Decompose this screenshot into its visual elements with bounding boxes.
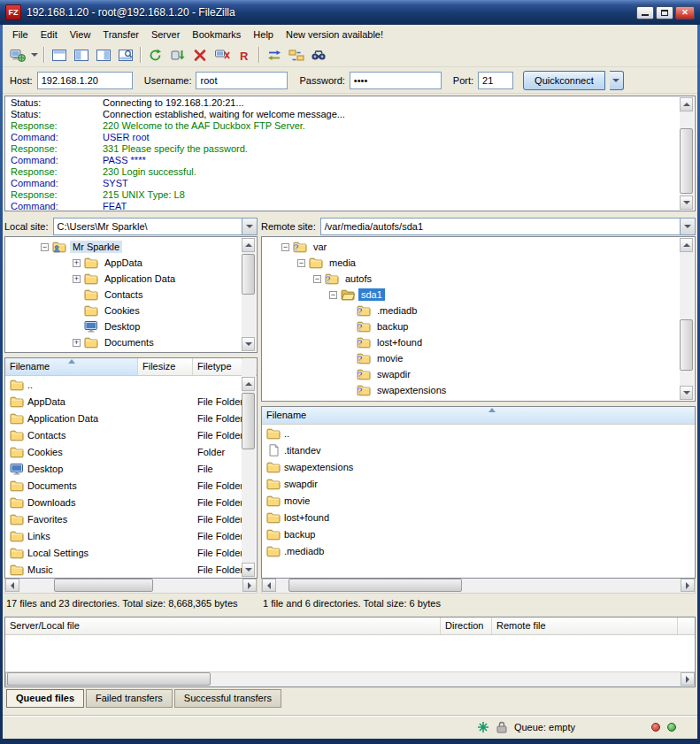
minimize-button[interactable] bbox=[636, 6, 654, 19]
log-scrollbar[interactable] bbox=[680, 97, 694, 210]
queue-column-header-direction[interactable]: Direction bbox=[441, 617, 492, 634]
scroll-up-icon[interactable] bbox=[680, 97, 693, 111]
local-file-row-contacts[interactable]: ContactsFile Folder bbox=[5, 426, 257, 443]
local-tree-item-downloads[interactable]: +Downloads bbox=[5, 350, 257, 353]
menu-view[interactable]: View bbox=[64, 27, 97, 42]
menu-new-version-available[interactable]: New version available! bbox=[280, 27, 389, 42]
local-tree-scroll-thumb[interactable] bbox=[242, 254, 255, 295]
site-manager-dropdown-button[interactable] bbox=[28, 45, 40, 65]
remote-hscrollbar[interactable] bbox=[261, 579, 696, 594]
local-file-row-favorites[interactable]: FavoritesFile Folder bbox=[5, 510, 257, 527]
scroll-left-icon[interactable] bbox=[262, 579, 276, 592]
local-file-row-downloads[interactable]: DownloadsFile Folder bbox=[5, 494, 257, 510]
remote-file-row-swapextensions[interactable]: swapextensions bbox=[262, 458, 695, 475]
expand-icon[interactable]: + bbox=[73, 339, 81, 347]
toggle-message-log-button[interactable] bbox=[48, 45, 70, 65]
remote-tree-item-movie[interactable]: ?movie bbox=[262, 350, 695, 366]
local-file-row-music[interactable]: MusicFile Folder bbox=[5, 561, 257, 578]
collapse-icon[interactable]: − bbox=[329, 291, 337, 299]
queue-column-header-remote-file[interactable]: Remote file bbox=[492, 617, 678, 634]
queue-tab-successful-transfers[interactable]: Successful transfers bbox=[174, 689, 281, 708]
remote-file-row-movie[interactable]: movie bbox=[262, 492, 695, 509]
local-tree-item-documents[interactable]: +Documents bbox=[5, 334, 257, 350]
remote-tree-item-backup[interactable]: ?backup bbox=[262, 318, 695, 334]
username-input[interactable] bbox=[196, 72, 288, 89]
remote-tree-item-lost-found[interactable]: ?lost+found bbox=[262, 334, 695, 350]
local-file-row-cookies[interactable]: CookiesFolder bbox=[5, 443, 257, 460]
scroll-down-icon[interactable] bbox=[680, 196, 693, 210]
titlebar[interactable]: FZ 192.168.1.20 - root@192.168.1.20 - Fi… bbox=[0, 0, 700, 25]
scroll-up-icon[interactable] bbox=[242, 377, 255, 391]
local-site-dropdown-icon[interactable] bbox=[242, 219, 257, 234]
directory-comparison-button[interactable] bbox=[263, 45, 285, 65]
remote-file-row-titandev[interactable]: .titandev bbox=[262, 441, 695, 458]
queue-tab-failed-transfers[interactable]: Failed transfers bbox=[86, 689, 173, 708]
local-file-row-appdata[interactable]: AppDataFile Folder bbox=[5, 393, 257, 410]
toggle-queue-button[interactable] bbox=[114, 45, 136, 65]
local-file-row-application-data[interactable]: Application DataFile Folder bbox=[5, 410, 257, 426]
menu-edit[interactable]: Edit bbox=[35, 27, 64, 42]
process-queue-button[interactable] bbox=[166, 45, 188, 65]
local-file-row-parent-dir[interactable]: .. bbox=[5, 376, 257, 393]
local-tree-item-appdata[interactable]: +AppData bbox=[5, 255, 257, 271]
remote-site-dropdown-icon[interactable] bbox=[680, 219, 695, 234]
remote-tree-item-swapdir[interactable]: ?swapdir bbox=[262, 366, 695, 382]
scroll-right-icon[interactable] bbox=[681, 579, 695, 592]
menu-file[interactable]: File bbox=[6, 27, 35, 42]
scroll-down-icon[interactable] bbox=[242, 337, 255, 351]
remote-site-combo[interactable]: /var/media/autofs/sda1 bbox=[320, 218, 696, 235]
toggle-remote-tree-button[interactable] bbox=[92, 45, 114, 65]
maximize-button[interactable] bbox=[656, 6, 673, 19]
remote-tree-scrollbar[interactable] bbox=[680, 238, 694, 400]
remote-tree-scroll-thumb[interactable] bbox=[680, 319, 693, 371]
remote-tree-item-mediadb[interactable]: ?.mediadb bbox=[262, 303, 695, 318]
scroll-left-icon[interactable] bbox=[5, 579, 19, 592]
host-input[interactable] bbox=[37, 72, 133, 89]
queue-tab-queued-files[interactable]: Queued files bbox=[6, 689, 84, 708]
remote-file-row-swapdir[interactable]: swapdir bbox=[262, 475, 695, 492]
local-file-row-links[interactable]: LinksFile Folder bbox=[5, 527, 257, 544]
scroll-right-icon[interactable] bbox=[681, 672, 695, 686]
remote-hscroll-thumb[interactable] bbox=[288, 579, 462, 592]
local-tree-scrollbar[interactable] bbox=[242, 238, 256, 351]
queue-column-header-server-local-file[interactable]: Server/Local file bbox=[5, 617, 441, 634]
menu-transfer[interactable]: Transfer bbox=[96, 27, 145, 42]
scroll-up-icon[interactable] bbox=[680, 238, 693, 252]
local-tree-item-mr-sparkle[interactable]: −Mr Sparkle bbox=[5, 239, 257, 255]
collapse-icon[interactable]: − bbox=[41, 243, 49, 251]
local-tree-item-desktop[interactable]: Desktop bbox=[5, 318, 257, 334]
port-input[interactable] bbox=[478, 72, 513, 89]
scroll-down-icon[interactable] bbox=[680, 386, 693, 400]
local-column-header-filetype[interactable]: Filetype bbox=[193, 358, 242, 375]
remote-tree-item-var[interactable]: −?var bbox=[262, 239, 695, 255]
local-list-scrollbar[interactable] bbox=[242, 359, 256, 577]
scroll-down-icon[interactable] bbox=[242, 563, 255, 577]
remote-tree-item-swapextensions[interactable]: ?swapextensions bbox=[262, 382, 695, 398]
find-files-button[interactable] bbox=[307, 45, 329, 65]
refresh-button[interactable] bbox=[144, 45, 166, 65]
local-hscrollbar[interactable] bbox=[4, 579, 258, 594]
expand-icon[interactable]: + bbox=[73, 275, 81, 283]
quickconnect-button[interactable]: Quickconnect bbox=[523, 71, 605, 90]
reconnect-button[interactable]: R bbox=[233, 45, 255, 65]
remote-tree-item-dvd[interactable]: ?dvd bbox=[262, 398, 695, 402]
remote-file-row-lost-found[interactable]: lost+found bbox=[262, 509, 695, 525]
collapse-icon[interactable]: − bbox=[297, 259, 305, 267]
menu-bookmarks[interactable]: Bookmarks bbox=[186, 27, 247, 42]
local-tree-item-contacts[interactable]: Contacts bbox=[5, 287, 257, 303]
local-site-combo[interactable]: C:\Users\Mr Sparkle\ bbox=[53, 218, 258, 235]
remote-tree-item-sda1[interactable]: −sda1 bbox=[262, 287, 695, 303]
scroll-up-icon[interactable] bbox=[242, 238, 255, 252]
local-column-header-filename[interactable]: Filename bbox=[5, 358, 138, 375]
remote-file-row-mediadb[interactable]: .mediadb bbox=[262, 542, 695, 559]
local-file-row-desktop[interactable]: DesktopFile bbox=[5, 460, 257, 477]
menu-server[interactable]: Server bbox=[145, 27, 186, 42]
site-manager-button[interactable] bbox=[6, 45, 28, 65]
local-hscroll-thumb[interactable] bbox=[54, 579, 153, 592]
log-scroll-thumb[interactable] bbox=[680, 128, 693, 194]
local-file-row-local-settings[interactable]: Local SettingsFile Folder bbox=[5, 544, 257, 561]
local-tree-item-application-data[interactable]: +Application Data bbox=[5, 271, 257, 287]
remote-file-row-backup[interactable]: backup bbox=[262, 525, 695, 542]
local-file-row-documents[interactable]: DocumentsFile Folder bbox=[5, 477, 257, 494]
local-tree-item-cookies[interactable]: Cookies bbox=[5, 303, 257, 318]
